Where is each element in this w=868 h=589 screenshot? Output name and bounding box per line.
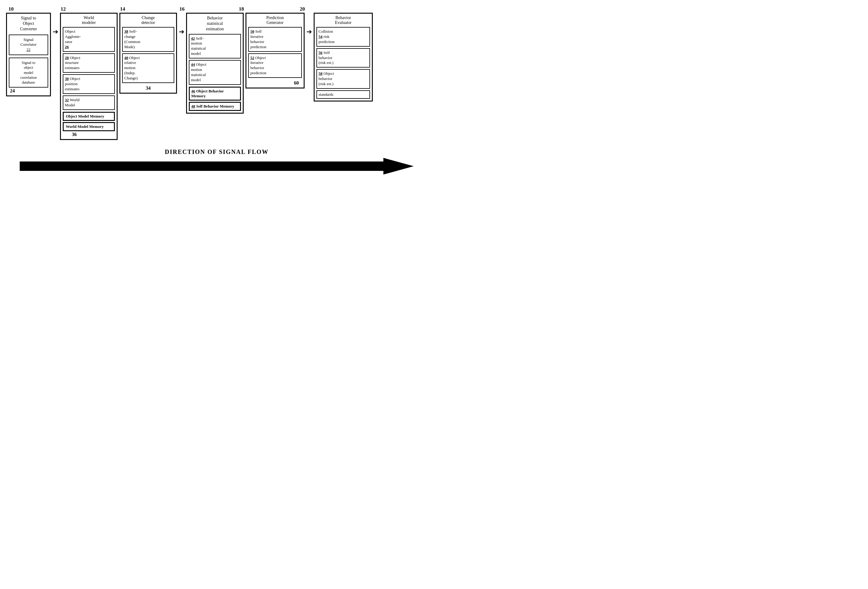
ref-54: 54 [319, 34, 322, 39]
ref-42: 42 [191, 36, 195, 41]
ref-14: 14 [120, 6, 175, 12]
world-model-memory-box: World Model Memory [63, 122, 115, 131]
col6-block: BehaviorEvaluator Collision54 riskpredic… [314, 13, 373, 102]
ref-40: 40 [124, 55, 128, 60]
object-model-memory-box: Object Model Memory [63, 112, 115, 121]
col1-ref-area: 10 [6, 6, 51, 13]
box-28: 28 Objectstructureestimates [63, 53, 115, 73]
big-arrow-svg [20, 158, 414, 174]
box-32: 32 WorldModel [63, 96, 115, 110]
self-behavior-memory-box: 48 Self Behavior Memory [189, 102, 241, 111]
col4-block: Behaviorstatisticalestimation 42 Self-mo… [186, 13, 244, 114]
signal-correlator-box: SignalCorrelator22 [9, 34, 48, 55]
ref-34: 34 [122, 86, 174, 91]
col5-block: PredictionGenerator 50 SelfIterativebeha… [245, 13, 305, 89]
ref-10: 10 [9, 6, 51, 12]
box-50: 50 SelfIterativebehaviorprediction [248, 27, 302, 52]
box-26: ObjectAgglome-rator26 [63, 27, 115, 52]
signal-model-db-box: Signal toobjectmodelcorrelationdatabase [9, 58, 48, 87]
col2-block: Worldmodeler ObjectAgglome-rator26 28 Ob… [60, 13, 118, 140]
box-54: Collision54 riskprediction [316, 27, 370, 47]
box-42: 42 Self-motionstatisticalmodel [189, 34, 241, 59]
arrow2: ➔ [179, 13, 184, 36]
box-38: 38 Self-change(CommonMode) [122, 27, 174, 52]
col1-title: Signal toObjectConverter [9, 15, 48, 32]
svg-marker-0 [20, 158, 414, 174]
ref-12: 12 [61, 6, 116, 12]
col2-ref-area: 12 [58, 6, 116, 13]
ref-50: 50 [250, 29, 254, 34]
ref-26: 26 [65, 44, 69, 49]
col2-title: Worldmodeler [63, 15, 115, 25]
signal-flow-text: DIRECTION OF SIGNAL FLOW [6, 148, 427, 155]
col5-ref-area: 18 [236, 6, 295, 13]
ref-46: 46 [191, 89, 195, 93]
standards-box: standards [316, 90, 370, 99]
arrow3: ➔ [306, 13, 312, 36]
ref-56: 56 [319, 50, 322, 55]
ref-20: 20 [300, 6, 356, 12]
ref-24: 24 [10, 88, 48, 94]
ref-32: 32 [65, 97, 69, 102]
box-52: 52 ObjectIterativebehaviorprediction [248, 53, 302, 78]
object-behavior-memory-box: 46 Object Behavior Memory [189, 87, 241, 100]
diagram-container: 10 12 14 16 18 20 Signal toObjectConvert… [6, 6, 427, 279]
col3-block: Changedetector 38 Self-change(CommonMode… [120, 13, 177, 94]
ref-22: 22 [27, 47, 31, 52]
ref-60: 60 [248, 80, 302, 86]
ref-38: 38 [124, 29, 128, 34]
col6-title: BehaviorEvaluator [316, 15, 370, 25]
ref-48: 48 [191, 104, 195, 108]
col6-ref-area: 20 [297, 6, 356, 13]
box-56: 56 Selfbehavior(risk est.) [316, 48, 370, 68]
box-40: 40 Objectrelativemotion(Indep.Change) [122, 53, 174, 83]
arrow1: ➔ [53, 13, 58, 36]
ref-30: 30 [65, 76, 69, 81]
ref-18: 18 [239, 6, 295, 12]
ref-44: 44 [191, 62, 195, 66]
ref-52: 52 [250, 55, 254, 60]
box-58: 58 Objectbehavior(risk est.) [316, 69, 370, 89]
col3-title: Changedetector [122, 15, 174, 25]
col3-ref-area: 14 [118, 6, 175, 13]
col1-block: Signal toObjectConverter SignalCorrelato… [6, 13, 51, 96]
col4-ref-area: 16 [177, 6, 235, 13]
ref-36: 36 [72, 132, 115, 137]
signal-flow-section: DIRECTION OF SIGNAL FLOW [6, 148, 427, 174]
col4-title: Behaviorstatisticalestimation [189, 15, 241, 32]
col5-title: PredictionGenerator [248, 15, 302, 25]
big-arrow-container [6, 158, 427, 174]
ref-58: 58 [319, 71, 322, 76]
ref-16: 16 [179, 6, 235, 12]
ref-28: 28 [65, 55, 69, 60]
box-30: 30 Objectpositionestimates [63, 74, 115, 94]
box-44: 44 Objectmotionstatisticalmodel [189, 60, 241, 85]
